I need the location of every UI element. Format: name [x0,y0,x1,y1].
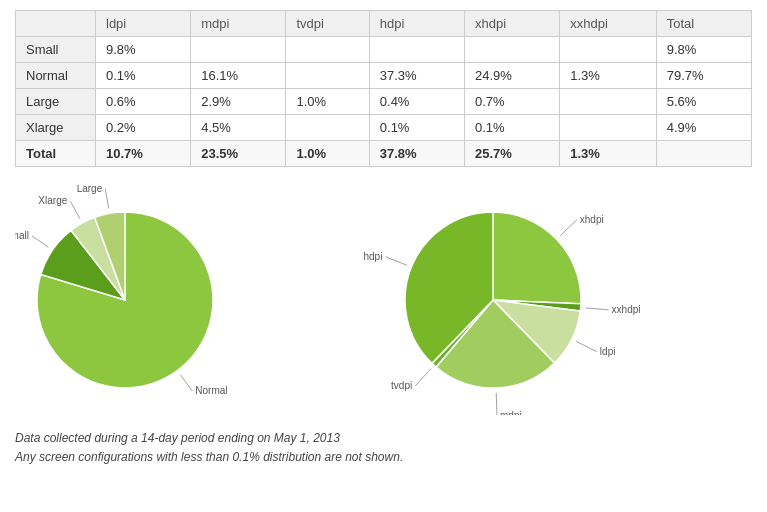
table-cell-1-1: 0.1% [96,63,191,89]
pie-label-line [576,341,597,351]
table-cell-2-7: 5.6% [656,89,751,115]
col-header-1: ldpi [96,11,191,37]
table-cell-1-2: 16.1% [191,63,286,89]
col-header-6: xxhdpi [560,11,656,37]
table-cell-0-1: 9.8% [96,37,191,63]
table-cell-2-0: Large [16,89,96,115]
table-cell-1-5: 24.9% [465,63,560,89]
table-cell-3-0: Xlarge [16,115,96,141]
pie-label: xxhdpi [612,304,641,315]
col-header-0 [16,11,96,37]
table-cell-4-4: 37.8% [369,141,464,167]
table-cell-2-1: 0.6% [96,89,191,115]
pie-label: Xlarge [38,195,67,206]
table-cell-0-6 [560,37,656,63]
footnote: Data collected during a 14-day period en… [15,429,752,467]
table-cell-3-5: 0.1% [465,115,560,141]
table-cell-0-3 [286,37,369,63]
table-cell-3-6 [560,115,656,141]
pie-label-line [105,189,109,209]
table-row: Large0.6%2.9%1.0%0.4%0.7%5.6% [16,89,752,115]
pie-label: mdpi [500,410,522,415]
table-cell-0-0: Small [16,37,96,63]
table-cell-4-5: 25.7% [465,141,560,167]
table-cell-4-3: 1.0% [286,141,369,167]
footnote-line2: Any screen configurations with less than… [15,448,752,467]
table-cell-4-6: 1.3% [560,141,656,167]
table-cell-0-2 [191,37,286,63]
table-cell-3-2: 4.5% [191,115,286,141]
pie-label: Normal [195,385,227,396]
table-cell-2-5: 0.7% [465,89,560,115]
table-row: Xlarge0.2%4.5%0.1%0.1%4.9% [16,115,752,141]
pie-label-line [496,393,497,415]
table-cell-4-7 [656,141,751,167]
table-cell-0-5 [465,37,560,63]
pie-slice [493,212,581,304]
table-cell-0-7: 9.8% [656,37,751,63]
table-cell-0-4 [369,37,464,63]
table-cell-2-2: 2.9% [191,89,286,115]
charts-area: NormalSmallXlargeLarge xhdpixxhdpildpimd… [15,185,752,415]
col-header-5: xhdpi [465,11,560,37]
pie-label-line [180,375,192,391]
size-chart-container: NormalSmallXlargeLarge [15,185,325,415]
table-cell-1-4: 37.3% [369,63,464,89]
table-cell-2-6 [560,89,656,115]
table-cell-3-3 [286,115,369,141]
col-header-4: hdpi [369,11,464,37]
table-cell-4-1: 10.7% [96,141,191,167]
pie-label: xhdpi [580,214,604,225]
table-cell-1-0: Normal [16,63,96,89]
col-header-2: mdpi [191,11,286,37]
pie-label: hdpi [364,251,383,262]
pie-label-line [32,236,48,247]
col-header-3: tvdpi [286,11,369,37]
pie-label: Small [15,230,29,241]
table-cell-1-3 [286,63,369,89]
col-header-7: Total [656,11,751,37]
data-table: ldpimdpitvdpihdpixhdpixxhdpiTotal Small9… [15,10,752,167]
pie-label-line [415,369,430,386]
pie-label-line [586,308,609,310]
table-cell-3-7: 4.9% [656,115,751,141]
pie-label-line [70,201,80,218]
pie-label: tvdpi [391,380,412,391]
table-row: Total10.7%23.5%1.0%37.8%25.7%1.3% [16,141,752,167]
table-cell-3-1: 0.2% [96,115,191,141]
density-chart-container: xhdpixxhdpildpimdpitvdpihdpi [345,185,675,415]
table-cell-3-4: 0.1% [369,115,464,141]
footnote-line1: Data collected during a 14-day period en… [15,429,752,448]
table-cell-4-0: Total [16,141,96,167]
size-pie-chart: NormalSmallXlargeLarge [15,185,325,415]
table-cell-2-3: 1.0% [286,89,369,115]
pie-label-line [385,257,406,266]
pie-label: Large [77,185,103,194]
table-cell-2-4: 0.4% [369,89,464,115]
table-cell-1-7: 79.7% [656,63,751,89]
pie-label: ldpi [600,346,616,357]
density-pie-chart: xhdpixxhdpildpimdpitvdpihdpi [345,185,675,415]
table-row: Small9.8%9.8% [16,37,752,63]
table-row: Normal0.1%16.1%37.3%24.9%1.3%79.7% [16,63,752,89]
table-cell-1-6: 1.3% [560,63,656,89]
pie-label-line [560,220,577,236]
table-cell-4-2: 23.5% [191,141,286,167]
